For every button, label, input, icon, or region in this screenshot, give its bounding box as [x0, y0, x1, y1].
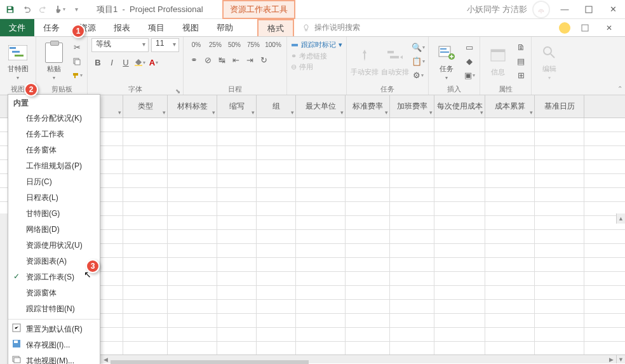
maximize-icon[interactable] — [579, 2, 598, 17]
col-cost-per-use[interactable]: 每次使用成本▾ — [434, 95, 485, 118]
grid-cell[interactable] — [346, 146, 390, 159]
grid-cell[interactable] — [434, 132, 485, 145]
grid-cell[interactable] — [535, 244, 584, 257]
grid-cell[interactable] — [168, 272, 217, 285]
grid-cell[interactable] — [346, 314, 390, 327]
grid-cell[interactable] — [257, 286, 296, 299]
menu-task-form[interactable]: 任务窗体 — [8, 142, 100, 158]
grid-cell[interactable] — [168, 174, 217, 187]
undo-icon[interactable] — [19, 2, 34, 17]
grid-cell[interactable] — [535, 342, 584, 355]
grid-cell[interactable] — [257, 244, 296, 257]
font-dialog-launcher[interactable]: ⬊ — [175, 88, 180, 95]
qat-dropdown-icon[interactable]: ▾ — [69, 2, 84, 17]
grid-cell[interactable] — [296, 342, 346, 355]
grid-cell[interactable] — [535, 216, 584, 229]
menu-tracking-gantt[interactable]: 跟踪甘特图(N) — [8, 301, 100, 317]
grid-cell[interactable] — [434, 328, 485, 341]
grid-cell[interactable] — [346, 160, 390, 173]
grid-cell[interactable] — [535, 286, 584, 299]
redo-icon[interactable] — [36, 2, 51, 17]
tab-project[interactable]: 项目 — [139, 19, 173, 36]
grid-cell[interactable] — [434, 314, 485, 327]
grid-cell[interactable] — [217, 160, 257, 173]
grid-cell[interactable] — [217, 328, 257, 341]
scroll-thumb[interactable] — [111, 360, 309, 365]
grid-cell[interactable] — [434, 216, 485, 229]
close-icon[interactable]: ✕ — [603, 2, 622, 17]
grid-cell[interactable] — [217, 174, 257, 187]
grid-cell[interactable] — [535, 230, 584, 243]
col-ovt-rate[interactable]: 加班费率▾ — [390, 95, 434, 118]
close-secondary-icon[interactable]: ✕ — [600, 20, 619, 36]
grid-cell[interactable] — [535, 328, 584, 341]
grid-cell[interactable] — [217, 300, 257, 313]
col-accrue[interactable]: 成本累算▾ — [485, 95, 535, 118]
grid-cell[interactable] — [217, 342, 257, 355]
grid-cell[interactable] — [485, 216, 535, 229]
grid-cell[interactable] — [434, 300, 485, 313]
grid-cell[interactable] — [390, 202, 434, 215]
format-painter-icon[interactable] — [71, 69, 83, 82]
grid-cell[interactable] — [168, 314, 217, 327]
grid-cell[interactable] — [485, 132, 535, 145]
grid-cell[interactable] — [217, 118, 257, 131]
grid-cell[interactable] — [217, 188, 257, 201]
grid-cell[interactable] — [485, 328, 535, 341]
grid-cell[interactable] — [257, 272, 296, 285]
grid-cell[interactable] — [535, 272, 584, 285]
grid-cell[interactable] — [535, 118, 584, 131]
fingerprint-icon[interactable] — [532, 1, 550, 18]
grid-cell[interactable] — [390, 300, 434, 313]
grid-cell[interactable] — [390, 328, 434, 341]
grid-cell[interactable] — [257, 216, 296, 229]
grid-cell[interactable] — [217, 314, 257, 327]
tell-me-search[interactable]: 操作说明搜索 — [302, 19, 360, 36]
grid-cell[interactable] — [257, 314, 296, 327]
grid-cell[interactable] — [434, 202, 485, 215]
grid-cell[interactable] — [485, 160, 535, 173]
copy-icon[interactable] — [71, 55, 83, 68]
grid-cell[interactable] — [434, 146, 485, 159]
menu-resource-usage[interactable]: 资源使用状况(U) — [8, 238, 100, 253]
grid-cell[interactable] — [257, 202, 296, 215]
grid-cell[interactable] — [168, 258, 217, 271]
scroll-down-icon[interactable]: ▼ — [616, 354, 625, 363]
grid-cell[interactable] — [485, 188, 535, 201]
grid-cell[interactable] — [346, 118, 390, 131]
menu-save-view[interactable]: 保存视图(I)... — [8, 337, 100, 353]
grid-cell[interactable] — [123, 132, 168, 145]
grid-cell[interactable] — [217, 202, 257, 215]
grid-cell[interactable] — [434, 174, 485, 187]
h-scrollbar[interactable]: ◀ ▶ — [100, 354, 616, 363]
grid-cell[interactable] — [485, 272, 535, 285]
menu-resource-form[interactable]: 资源窗体 — [8, 285, 100, 301]
grid-cell[interactable] — [168, 146, 217, 159]
grid-cell[interactable] — [485, 314, 535, 327]
grid-cell[interactable] — [535, 258, 584, 271]
grid-cell[interactable] — [123, 160, 168, 173]
grid-cell[interactable] — [346, 132, 390, 145]
grid-cell[interactable] — [434, 286, 485, 299]
grid-cell[interactable] — [346, 300, 390, 313]
grid-cell[interactable] — [123, 146, 168, 159]
grid-cell[interactable] — [485, 244, 535, 257]
grid-cell[interactable] — [296, 258, 346, 271]
grid-cell[interactable] — [346, 230, 390, 243]
col-initials[interactable]: 缩写▾ — [217, 95, 257, 118]
grid-cell[interactable] — [168, 118, 217, 131]
tab-format[interactable]: 格式 — [257, 19, 294, 36]
grid-cell[interactable] — [346, 328, 390, 341]
font-name-select[interactable]: 等线 — [91, 38, 149, 52]
grid-cell[interactable] — [485, 146, 535, 159]
grid-cell[interactable] — [217, 230, 257, 243]
col-type[interactable]: 类型▾ — [123, 95, 168, 118]
grid-cell[interactable] — [296, 314, 346, 327]
grid-cell[interactable] — [535, 146, 584, 159]
grid-cell[interactable] — [296, 174, 346, 187]
menu-calendar[interactable]: 日历(C) — [8, 174, 100, 190]
grid-cell[interactable] — [346, 286, 390, 299]
grid-cell[interactable] — [485, 286, 535, 299]
grid-cell[interactable] — [123, 300, 168, 313]
grid-cell[interactable] — [168, 132, 217, 145]
